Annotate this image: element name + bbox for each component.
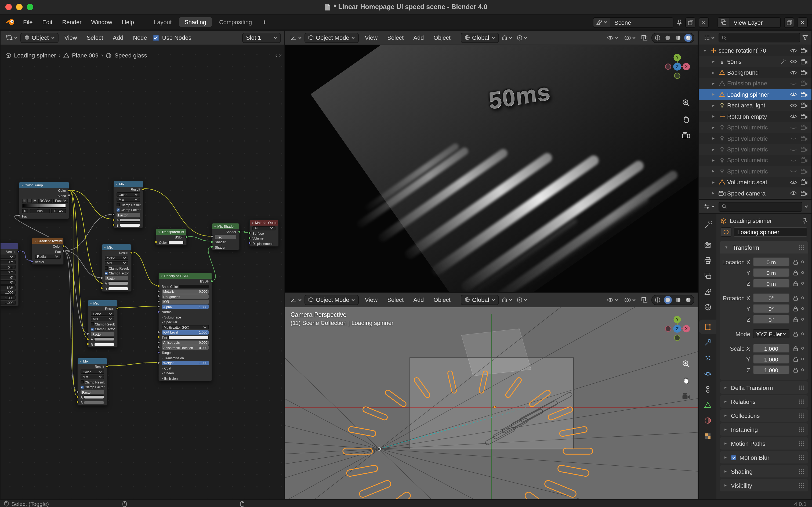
drag-grip-icon[interactable] xyxy=(799,399,805,404)
disclosure-icon[interactable]: ▸ xyxy=(710,59,716,64)
render-camera-icon[interactable] xyxy=(800,81,809,86)
node-row[interactable]: Color xyxy=(88,311,117,316)
node-header[interactable]: ▾Mapping xyxy=(1,243,18,249)
node-socket[interactable] xyxy=(62,250,65,252)
minimize-button[interactable] xyxy=(16,4,22,10)
node-row[interactable]: Fac xyxy=(212,234,239,239)
color-swatch[interactable] xyxy=(168,336,209,339)
drag-grip-icon[interactable] xyxy=(799,245,805,250)
panel-collections[interactable]: ▸Collections xyxy=(719,409,808,421)
camera-perspective-view[interactable]: Camera Perspective (11) Scene Collection… xyxy=(285,307,698,499)
node-row[interactable]: ▸Specular xyxy=(159,320,212,325)
render-camera-icon[interactable] xyxy=(800,92,809,97)
node-socket[interactable] xyxy=(185,236,188,238)
eye-icon[interactable] xyxy=(789,59,798,64)
menu-view[interactable]: View xyxy=(360,292,383,307)
node-row[interactable]: A xyxy=(88,337,117,342)
node-socket[interactable] xyxy=(76,396,79,398)
lock-icon[interactable] xyxy=(792,295,799,300)
render-camera-icon[interactable] xyxy=(800,135,809,141)
visibility-dropdown-icon[interactable] xyxy=(605,35,620,40)
node-row[interactable]: Color xyxy=(32,244,63,249)
node-socket[interactable] xyxy=(157,336,160,338)
node-dropdown[interactable]: Mix xyxy=(117,198,140,202)
number-field[interactable]: 0° xyxy=(753,315,790,324)
scene-icon[interactable] xyxy=(593,17,610,27)
menu-edit[interactable]: Edit xyxy=(37,14,57,30)
number-field[interactable]: 0 m xyxy=(1,260,15,264)
workspace-tab-compositing[interactable]: Compositing xyxy=(213,17,258,27)
eye-icon[interactable] xyxy=(789,70,798,75)
node-row[interactable]: ▸Transmission xyxy=(159,355,212,360)
disclosure-icon[interactable]: ▸ xyxy=(710,114,716,119)
node-row[interactable]: Volume xyxy=(250,236,278,241)
outliner-row[interactable]: ▸Spot volumetric xyxy=(699,166,811,177)
object-data-dropdown[interactable] xyxy=(721,227,732,237)
properties-tab-particles[interactable] xyxy=(699,351,716,365)
color-swatch[interactable] xyxy=(168,241,184,244)
menu-node[interactable]: Node xyxy=(128,30,152,45)
node-row[interactable]: IOR xyxy=(159,299,212,304)
node-row[interactable]: B xyxy=(78,400,107,405)
animate-decorator-icon[interactable] xyxy=(801,332,804,335)
node-row[interactable]: A xyxy=(102,281,131,286)
node-dropdown[interactable]: Radial xyxy=(35,255,61,259)
node-row[interactable]: ▸Subsurface xyxy=(159,315,212,320)
animate-decorator-icon[interactable] xyxy=(801,271,804,274)
node-socket[interactable] xyxy=(211,280,213,282)
render-camera-icon[interactable] xyxy=(800,158,809,163)
node-dropdown[interactable]: Multiscatter GGX xyxy=(162,325,209,329)
node-mix-shader[interactable]: ▾Mix ShaderShaderFacShaderShader xyxy=(212,223,239,250)
shading-solid-icon[interactable] xyxy=(664,296,672,304)
node-row[interactable]: Displacement xyxy=(250,241,278,246)
node-row[interactable]: 0 m xyxy=(1,260,18,265)
ramp-index-field[interactable]: 0 xyxy=(22,209,28,213)
outliner-row[interactable]: ▸Background xyxy=(699,67,811,78)
panel-motion-paths[interactable]: ▸Motion Paths xyxy=(719,437,808,450)
node-socket[interactable] xyxy=(157,361,160,364)
node-header[interactable]: ▾Mix Shader xyxy=(212,223,239,229)
properties-tab-constraints[interactable] xyxy=(699,382,716,396)
eye-closed-icon[interactable] xyxy=(789,147,798,152)
add-view-layer-button[interactable] xyxy=(784,17,794,27)
node-row[interactable]: Alpha xyxy=(19,193,69,198)
breadcrumb-mesh[interactable]: Plane.009 xyxy=(72,52,99,59)
node-principled-bsdf[interactable]: ▾Principled BSDFBSDFBase ColorMetallic0.… xyxy=(159,272,212,381)
node-row[interactable]: Shader xyxy=(212,245,239,250)
render-camera-icon[interactable] xyxy=(800,147,809,152)
number-field[interactable]: 183° xyxy=(1,285,15,289)
animate-decorator-icon[interactable] xyxy=(801,358,804,360)
node-mapping[interactable]: ▾MappingVectorPoint0 m0 m0 m0°0°183°1.00… xyxy=(1,243,19,306)
node-socket[interactable] xyxy=(155,241,157,243)
breadcrumb-material[interactable]: Speed glass xyxy=(114,52,147,59)
node-row[interactable]: B xyxy=(88,342,117,347)
eye-closed-icon[interactable] xyxy=(789,158,798,163)
node-dropdown[interactable]: Color xyxy=(117,192,140,196)
node-row[interactable]: A xyxy=(78,395,107,400)
menu-view[interactable]: View xyxy=(360,30,383,45)
render-camera-icon[interactable] xyxy=(800,190,809,196)
node-socket[interactable] xyxy=(101,277,103,279)
animate-decorator-icon[interactable] xyxy=(801,347,804,350)
node-socket[interactable] xyxy=(157,290,160,292)
eye-icon[interactable] xyxy=(789,191,798,195)
lock-icon[interactable] xyxy=(792,259,799,265)
overlays-dropdown-icon[interactable] xyxy=(623,35,637,41)
rendered-view[interactable]: 50ms Y X Z xyxy=(285,45,698,292)
node-color-ramp[interactable]: ▾Color RampColorAlpha+-RGBEase0Pos0.145F… xyxy=(19,181,69,219)
number-field[interactable]: 0 m xyxy=(753,279,790,288)
camera-view-icon[interactable] xyxy=(682,132,690,138)
node-socket[interactable] xyxy=(17,250,19,253)
outliner-row[interactable]: ▸Spot volumetric xyxy=(699,144,811,155)
number-field[interactable]: 0° xyxy=(753,293,790,302)
lock-icon[interactable] xyxy=(792,331,799,336)
node-gradient-texture[interactable]: ▾Gradient TextureColorFacRadialVector xyxy=(32,237,64,265)
node-socket[interactable] xyxy=(101,287,103,289)
node-row[interactable]: 0 m xyxy=(1,270,18,275)
render-camera-icon[interactable] xyxy=(800,114,809,119)
menu-render[interactable]: Render xyxy=(57,14,86,30)
menu-add[interactable]: Add xyxy=(408,30,428,45)
motion-blur-checkbox[interactable] xyxy=(731,455,736,460)
breadcrumb-object[interactable]: Loading spinner xyxy=(14,52,56,59)
drag-grip-icon[interactable] xyxy=(799,455,805,460)
